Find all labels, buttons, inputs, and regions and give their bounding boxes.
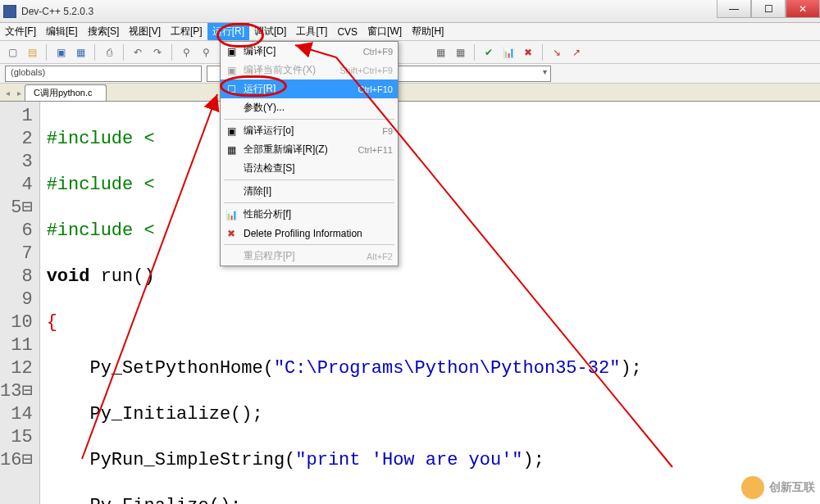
menu-window[interactable]: 窗口[W] [362, 23, 407, 40]
x-icon[interactable]: ✖ [519, 43, 537, 61]
menu-file[interactable]: 文件[F] [0, 23, 41, 40]
grid-icon: ▦ [224, 143, 239, 157]
menu-rebuild-all[interactable]: ▦ 全部重新编译[R](Z) Ctrl+F11 [221, 140, 398, 159]
redo-icon[interactable]: ↷ [148, 43, 166, 61]
save-icon[interactable]: ▣ [52, 43, 70, 61]
menu-compile[interactable]: ▣ 编译[C] Ctrl+F9 [221, 42, 398, 61]
menu-run-item[interactable]: ☐ 运行[R] Ctrl+F10 [221, 79, 398, 98]
step-icon[interactable]: ↘ [548, 43, 566, 61]
check-icon[interactable]: ✔ [480, 43, 498, 61]
cube-icon: ▣ [224, 124, 239, 138]
app-icon [3, 5, 16, 18]
chart-icon: 📊 [224, 207, 239, 222]
chart-icon[interactable]: 📊 [499, 43, 517, 61]
tab-next-icon[interactable]: ▸ [13, 85, 25, 100]
menu-profile[interactable]: 📊 性能分析[f] [221, 205, 398, 224]
window-title: Dev-C++ 5.2.0.3 [21, 6, 817, 17]
watermark-text: 创新互联 [769, 480, 815, 495]
window-icon: ☐ [224, 82, 239, 97]
cube-icon: ▣ [224, 44, 239, 59]
menu-restart: 重启程序[P] Alt+F2 [221, 247, 398, 266]
close-button[interactable]: ✕ [786, 0, 820, 18]
menubar: 文件[F] 编辑[E] 搜索[S] 视图[V] 工程[P] 运行[R] 调试[D… [0, 23, 820, 41]
toolbar: ▢ ▤ ▣ ▦ ⎙ ↶ ↷ ⚲ ⚲ ▦ ▦ ✔ 📊 ✖ ↘ ↗ [0, 41, 820, 64]
undo-icon[interactable]: ↶ [129, 43, 147, 61]
menu-params[interactable]: 参数(Y)... [221, 98, 398, 117]
maximize-button[interactable]: ☐ [751, 0, 786, 18]
watermark-logo-icon [741, 476, 764, 499]
find-icon[interactable]: ⚲ [177, 43, 195, 61]
menu-cvs[interactable]: CVS [332, 23, 362, 40]
tab-prev-icon[interactable]: ◂ [2, 85, 13, 100]
menu-run[interactable]: 运行[R] [207, 23, 249, 40]
menu-tools[interactable]: 工具[T] [291, 23, 332, 40]
x-icon: ✖ [224, 226, 239, 241]
minimize-button[interactable]: — [717, 0, 751, 18]
menu-debug[interactable]: 调试[D] [249, 23, 291, 40]
menu-search[interactable]: 搜索[S] [83, 23, 125, 40]
grid-icon[interactable]: ▦ [431, 43, 449, 61]
run-menu-dropdown: ▣ 编译[C] Ctrl+F9 ▣ 编译当前文件(X) Shift+Ctrl+F… [220, 41, 399, 266]
menu-compile-current: ▣ 编译当前文件(X) Shift+Ctrl+F9 [221, 61, 398, 79]
menu-delete-profiling[interactable]: ✖ Delete Profiling Information [221, 224, 398, 243]
gutter: 1 2 3 4 5⊟ 6 7 8 9 10 11 12 13⊟ 14 15 16… [0, 102, 40, 504]
step2-icon[interactable]: ↗ [567, 43, 585, 61]
save-all-icon[interactable]: ▦ [71, 43, 89, 61]
replace-icon[interactable]: ⚲ [197, 43, 215, 61]
code-editor[interactable]: 1 2 3 4 5⊟ 6 7 8 9 10 11 12 13⊟ 14 15 16… [0, 102, 820, 504]
menu-help[interactable]: 帮助[H] [407, 23, 449, 40]
titlebar: Dev-C++ 5.2.0.3 — ☐ ✕ [0, 0, 820, 23]
menu-view[interactable]: 视图[V] [124, 23, 166, 40]
cube-icon: ▣ [224, 63, 239, 78]
scope-bar: (globals) [0, 64, 820, 84]
grid2-icon[interactable]: ▦ [451, 43, 469, 61]
menu-syntax-check[interactable]: 语法检查[S] [221, 159, 398, 178]
menu-clear[interactable]: 清除[I] [221, 182, 398, 201]
window-controls: — ☐ ✕ [717, 0, 820, 18]
scope-select[interactable]: (globals) [5, 66, 202, 82]
menu-project[interactable]: 工程[P] [166, 23, 207, 40]
watermark: 创新互联 [741, 476, 815, 499]
tabbar: ◂ ▸ C调用python.c [0, 84, 820, 102]
new-file-icon[interactable]: ▢ [3, 43, 21, 61]
print-icon[interactable]: ⎙ [100, 43, 118, 61]
code-area[interactable]: #include < #include < #include < void ru… [40, 102, 820, 504]
open-file-icon[interactable]: ▤ [23, 43, 41, 61]
menu-edit[interactable]: 编辑[E] [41, 23, 83, 40]
file-tab[interactable]: C调用python.c [25, 84, 107, 101]
menu-compile-run[interactable]: ▣ 编译运行[o] F9 [221, 121, 398, 140]
